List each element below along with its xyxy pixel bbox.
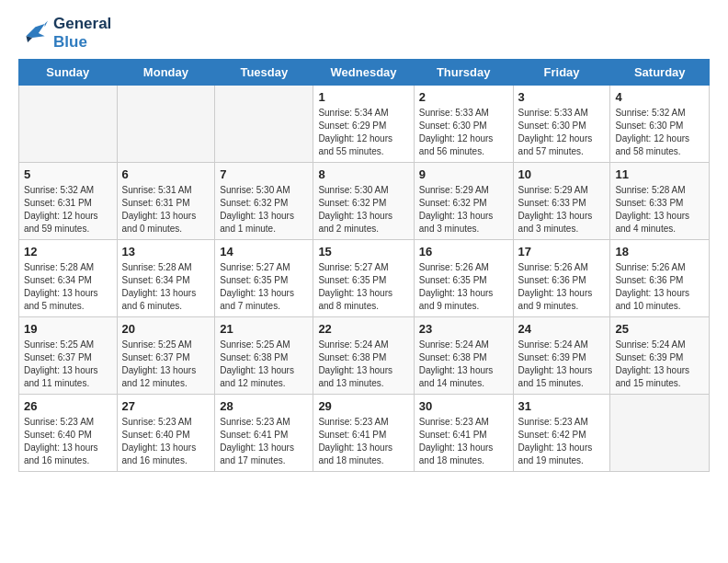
day-number: 2 [419,90,508,104]
day-info: Sunrise: 5:34 AM Sunset: 6:29 PM Dayligh… [318,107,408,158]
calendar-day-cell: 13Sunrise: 5:28 AM Sunset: 6:34 PM Dayli… [117,240,215,317]
day-info: Sunrise: 5:29 AM Sunset: 6:32 PM Dayligh… [419,184,508,236]
logo: General Blue [18,15,111,52]
calendar-week-row: 5Sunrise: 5:32 AM Sunset: 6:31 PM Daylig… [19,163,710,240]
calendar-week-row: 1Sunrise: 5:34 AM Sunset: 6:29 PM Daylig… [19,86,710,163]
day-info: Sunrise: 5:29 AM Sunset: 6:33 PM Dayligh… [518,184,606,236]
day-number: 7 [220,167,308,181]
day-info: Sunrise: 5:24 AM Sunset: 6:38 PM Dayligh… [419,339,508,390]
calendar-day-cell: 1Sunrise: 5:34 AM Sunset: 6:29 PM Daylig… [313,86,414,163]
calendar-week-row: 19Sunrise: 5:25 AM Sunset: 6:37 PM Dayli… [19,317,710,395]
day-number: 23 [419,322,508,336]
day-number: 24 [518,322,606,336]
calendar-day-header: Tuesday [215,60,313,86]
day-number: 14 [220,245,308,259]
day-info: Sunrise: 5:26 AM Sunset: 6:36 PM Dayligh… [518,261,606,313]
day-info: Sunrise: 5:28 AM Sunset: 6:34 PM Dayligh… [24,261,112,313]
svg-marker-2 [45,21,48,28]
day-number: 18 [615,245,704,259]
day-info: Sunrise: 5:25 AM Sunset: 6:38 PM Dayligh… [220,339,308,390]
calendar-week-row: 12Sunrise: 5:28 AM Sunset: 6:34 PM Dayli… [19,240,710,317]
calendar-day-header: Saturday [610,60,710,86]
calendar-day-cell: 27Sunrise: 5:23 AM Sunset: 6:40 PM Dayli… [117,395,215,472]
calendar-day-cell: 14Sunrise: 5:27 AM Sunset: 6:35 PM Dayli… [215,240,313,317]
calendar-header-row: SundayMondayTuesdayWednesdayThursdayFrid… [19,60,710,86]
day-number: 16 [419,245,508,259]
svg-marker-0 [26,24,44,38]
day-number: 5 [24,167,112,181]
day-number: 26 [24,399,112,413]
calendar-day-header: Monday [117,60,215,86]
day-number: 8 [318,167,408,181]
calendar-day-header: Thursday [414,60,513,86]
calendar-day-cell: 31Sunrise: 5:23 AM Sunset: 6:42 PM Dayli… [513,395,610,472]
day-info: Sunrise: 5:33 AM Sunset: 6:30 PM Dayligh… [518,107,606,158]
calendar-day-cell: 16Sunrise: 5:26 AM Sunset: 6:35 PM Dayli… [414,240,513,317]
calendar-day-cell: 24Sunrise: 5:24 AM Sunset: 6:39 PM Dayli… [513,317,610,395]
day-info: Sunrise: 5:31 AM Sunset: 6:31 PM Dayligh… [122,184,210,236]
calendar-day-cell: 3Sunrise: 5:33 AM Sunset: 6:30 PM Daylig… [513,86,610,163]
page: General Blue SundayMondayTuesdayWednesda… [0,0,728,487]
day-number: 4 [615,90,704,104]
day-number: 22 [318,322,408,336]
day-info: Sunrise: 5:25 AM Sunset: 6:37 PM Dayligh… [24,339,112,390]
day-number: 9 [419,167,508,181]
day-info: Sunrise: 5:32 AM Sunset: 6:31 PM Dayligh… [24,184,112,236]
calendar-day-cell [610,395,710,472]
day-info: Sunrise: 5:23 AM Sunset: 6:41 PM Dayligh… [419,416,508,467]
day-info: Sunrise: 5:23 AM Sunset: 6:40 PM Dayligh… [122,416,210,467]
calendar-day-cell: 8Sunrise: 5:30 AM Sunset: 6:32 PM Daylig… [313,163,414,240]
calendar-day-cell: 17Sunrise: 5:26 AM Sunset: 6:36 PM Dayli… [513,240,610,317]
day-number: 25 [615,322,704,336]
calendar-day-cell: 2Sunrise: 5:33 AM Sunset: 6:30 PM Daylig… [414,86,513,163]
calendar-day-cell: 26Sunrise: 5:23 AM Sunset: 6:40 PM Dayli… [19,395,118,472]
calendar-day-cell: 23Sunrise: 5:24 AM Sunset: 6:38 PM Dayli… [414,317,513,395]
day-info: Sunrise: 5:23 AM Sunset: 6:42 PM Dayligh… [518,416,606,467]
day-number: 17 [518,245,606,259]
day-info: Sunrise: 5:30 AM Sunset: 6:32 PM Dayligh… [220,184,308,236]
calendar-day-cell: 6Sunrise: 5:31 AM Sunset: 6:31 PM Daylig… [117,163,215,240]
day-info: Sunrise: 5:27 AM Sunset: 6:35 PM Dayligh… [318,261,408,313]
calendar-day-cell: 30Sunrise: 5:23 AM Sunset: 6:41 PM Dayli… [414,395,513,472]
calendar-day-cell: 7Sunrise: 5:30 AM Sunset: 6:32 PM Daylig… [215,163,313,240]
header: General Blue [18,15,710,52]
calendar-day-cell: 19Sunrise: 5:25 AM Sunset: 6:37 PM Dayli… [19,317,118,395]
day-number: 19 [24,322,112,336]
day-info: Sunrise: 5:26 AM Sunset: 6:35 PM Dayligh… [419,261,508,313]
calendar-day-cell: 5Sunrise: 5:32 AM Sunset: 6:31 PM Daylig… [19,163,118,240]
day-info: Sunrise: 5:24 AM Sunset: 6:38 PM Dayligh… [318,339,408,390]
day-number: 3 [518,90,606,104]
calendar-day-cell: 20Sunrise: 5:25 AM Sunset: 6:37 PM Dayli… [117,317,215,395]
calendar-day-cell: 28Sunrise: 5:23 AM Sunset: 6:41 PM Dayli… [215,395,313,472]
calendar-day-cell [117,86,215,163]
day-info: Sunrise: 5:23 AM Sunset: 6:41 PM Dayligh… [318,416,408,467]
calendar-day-cell: 21Sunrise: 5:25 AM Sunset: 6:38 PM Dayli… [215,317,313,395]
calendar-day-cell: 29Sunrise: 5:23 AM Sunset: 6:41 PM Dayli… [313,395,414,472]
day-info: Sunrise: 5:30 AM Sunset: 6:32 PM Dayligh… [318,184,408,236]
day-info: Sunrise: 5:24 AM Sunset: 6:39 PM Dayligh… [615,339,704,390]
calendar-day-cell: 18Sunrise: 5:26 AM Sunset: 6:36 PM Dayli… [610,240,710,317]
day-number: 30 [419,399,508,413]
day-number: 6 [122,167,210,181]
logo-icon [18,20,48,46]
day-info: Sunrise: 5:28 AM Sunset: 6:33 PM Dayligh… [615,184,704,236]
calendar-day-header: Sunday [19,60,118,86]
day-number: 28 [220,399,308,413]
day-number: 21 [220,322,308,336]
day-info: Sunrise: 5:24 AM Sunset: 6:39 PM Dayligh… [518,339,606,390]
day-info: Sunrise: 5:23 AM Sunset: 6:40 PM Dayligh… [24,416,112,467]
day-number: 29 [318,399,408,413]
day-info: Sunrise: 5:32 AM Sunset: 6:30 PM Dayligh… [615,107,704,158]
day-number: 10 [518,167,606,181]
day-number: 13 [122,245,210,259]
calendar-week-row: 26Sunrise: 5:23 AM Sunset: 6:40 PM Dayli… [19,395,710,472]
calendar-day-cell: 12Sunrise: 5:28 AM Sunset: 6:34 PM Dayli… [19,240,118,317]
logo-text: General Blue [53,15,111,52]
day-info: Sunrise: 5:23 AM Sunset: 6:41 PM Dayligh… [220,416,308,467]
day-number: 20 [122,322,210,336]
day-number: 15 [318,245,408,259]
calendar-day-cell: 4Sunrise: 5:32 AM Sunset: 6:30 PM Daylig… [610,86,710,163]
day-number: 1 [318,90,408,104]
calendar-day-header: Wednesday [313,60,414,86]
calendar-day-cell [19,86,118,163]
